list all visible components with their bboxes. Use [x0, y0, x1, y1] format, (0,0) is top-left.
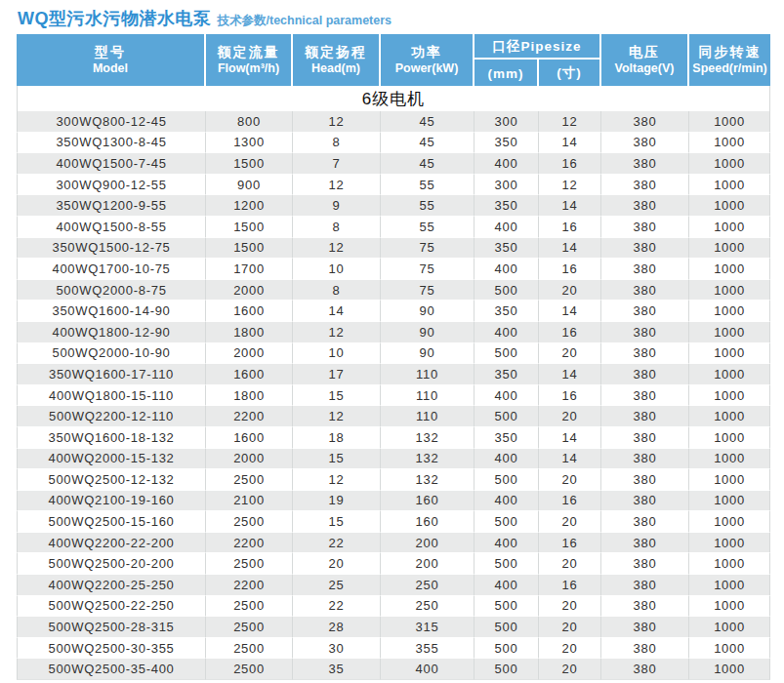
table-row: 350WQ1600-14-9016001490350143801000 [17, 301, 770, 322]
cell: 132 [381, 427, 475, 449]
cell: 19 [293, 491, 381, 512]
cell: 400 [381, 659, 475, 680]
header-power-en: Power(kW) [381, 61, 473, 77]
cell: 1000 [689, 301, 770, 322]
table-row: 500WQ2000-8-752000875500203801000 [17, 280, 770, 301]
cell: 1000 [689, 617, 770, 638]
cell: 2100 [206, 491, 293, 512]
cell: 800 [206, 111, 293, 133]
header-pipesize-mm-label: (mm) [488, 66, 524, 81]
cell: 380 [601, 491, 689, 512]
cell: 16 [539, 217, 601, 238]
cell: 160 [381, 491, 475, 512]
cell: 400 [475, 217, 539, 238]
cell: 15 [293, 449, 381, 470]
table-row: 500WQ2500-35-400250035400500203801000 [17, 659, 770, 680]
cell: 1500 [206, 217, 293, 238]
header-speed-en: Speed(r/min) [689, 61, 770, 77]
cell: 400WQ1800-15-110 [17, 385, 206, 407]
cell: 300 [475, 175, 539, 196]
cell: 2500 [206, 596, 293, 618]
cell: 250 [381, 575, 475, 596]
cell: 20 [293, 553, 381, 575]
cell: 400WQ1500-8-55 [17, 217, 206, 238]
cell: 75 [381, 259, 475, 280]
table-row: 400WQ1500-8-551500855400163801000 [17, 217, 770, 238]
cell: 500 [475, 469, 539, 491]
cell: 355 [381, 638, 475, 660]
cell: 16 [539, 575, 601, 596]
cell: 1300 [206, 133, 293, 154]
cell: 16 [539, 322, 601, 343]
table-row: 500WQ2500-12-132250012132500203801000 [17, 469, 770, 491]
cell: 1500 [206, 153, 293, 175]
cell: 16 [539, 491, 601, 512]
cell: 400WQ2200-22-200 [17, 533, 206, 554]
cell: 380 [601, 301, 689, 322]
cell: 380 [601, 449, 689, 470]
table-row: 400WQ1800-12-9018001290400163801000 [17, 322, 770, 343]
cell: 9 [293, 195, 381, 217]
cell: 132 [381, 469, 475, 491]
page-title: WQ型污水污物潜水电泵 [18, 9, 212, 28]
table-row: 400WQ1800-15-110180015110400163801000 [17, 385, 770, 407]
cell: 2500 [206, 617, 293, 638]
cell: 380 [601, 111, 689, 133]
cell: 110 [381, 385, 475, 407]
header-flow: 额定流量 Flow(m³/h) [206, 34, 293, 86]
cell: 1800 [206, 322, 293, 343]
cell: 500WQ2500-12-132 [17, 469, 206, 491]
spec-table: 型号 Model 额定流量 Flow(m³/h) 额定扬程 Head(m) 功率… [17, 34, 770, 680]
cell: 400WQ1800-12-90 [17, 322, 206, 343]
cell: 500 [475, 659, 539, 680]
header-power: 功率 Power(kW) [381, 34, 475, 86]
cell: 380 [601, 153, 689, 175]
table-row: 400WQ2100-19-160210019160400163801000 [17, 491, 770, 512]
cell: 12 [539, 111, 601, 133]
cell: 500 [475, 638, 539, 660]
table-row: 350WQ1600-18-132160018132350143801000 [17, 427, 770, 449]
cell: 400 [475, 533, 539, 554]
table-row: 400WQ2200-22-200220022200400163801000 [17, 533, 770, 554]
table-body: 6级电机 300WQ800-12-45800124530012380100035… [17, 86, 770, 680]
table-row: 500WQ2200-12-110220012110500203801000 [17, 406, 770, 427]
cell: 500WQ2500-35-400 [17, 659, 206, 680]
cell: 14 [293, 301, 381, 322]
cell: 1000 [689, 238, 770, 260]
cell: 1000 [689, 469, 770, 491]
header-model: 型号 Model [17, 34, 206, 86]
cell: 10 [293, 259, 381, 280]
table-row: 350WQ1300-8-451300845350143801000 [17, 133, 770, 154]
cell: 2500 [206, 659, 293, 680]
cell: 400 [475, 259, 539, 280]
cell: 400WQ2000-15-132 [17, 449, 206, 470]
header-pipesize-inch-label: (寸) [557, 65, 582, 80]
cell: 1000 [689, 491, 770, 512]
cell: 380 [601, 238, 689, 260]
cell: 20 [539, 343, 601, 365]
cell: 12 [293, 322, 381, 343]
cell: 350WQ1300-8-45 [17, 133, 206, 154]
cell: 20 [539, 511, 601, 533]
cell: 500WQ2000-10-90 [17, 343, 206, 365]
cell: 75 [381, 238, 475, 260]
cell: 2500 [206, 511, 293, 533]
cell: 400 [475, 385, 539, 407]
cell: 400WQ1500-7-45 [17, 153, 206, 175]
cell: 500 [475, 596, 539, 618]
cell: 1800 [206, 385, 293, 407]
cell: 15 [293, 511, 381, 533]
section-label: 6级电机 [17, 86, 770, 111]
cell: 1000 [689, 153, 770, 175]
cell: 500WQ2500-30-355 [17, 638, 206, 660]
cell: 14 [539, 449, 601, 470]
cell: 300 [475, 111, 539, 133]
header-pipesize-group: 口径Pipesize [475, 34, 601, 60]
cell: 8 [293, 133, 381, 154]
cell: 12 [293, 469, 381, 491]
cell: 1000 [689, 259, 770, 280]
cell: 1000 [689, 322, 770, 343]
cell: 380 [601, 133, 689, 154]
cell: 380 [601, 617, 689, 638]
cell: 250 [381, 596, 475, 618]
